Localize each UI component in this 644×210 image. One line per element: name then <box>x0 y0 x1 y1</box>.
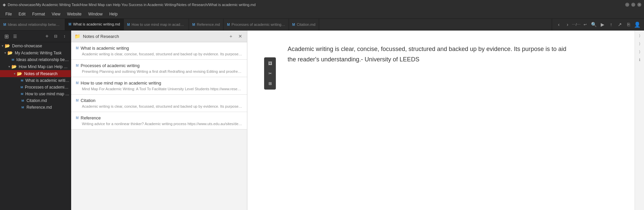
menu-file[interactable]: File <box>3 11 14 17</box>
menu-help[interactable]: Help <box>107 11 120 17</box>
tab-tab1[interactable]: MIdeas about relationship between academ… <box>0 19 65 30</box>
right-sidebar-expand-btn2[interactable]: ⟩ <box>636 40 643 47</box>
upload-button[interactable]: ↑ <box>607 20 615 29</box>
file-m-icon: M <box>21 92 24 96</box>
file-m-icon: M <box>20 86 24 89</box>
sidebar-item-mindmap-folder[interactable]: ▾📂How Mind Map can Help You Su... <box>0 63 71 70</box>
widget-scissors-button[interactable]: ✂ <box>265 69 275 78</box>
toolbar-section: ‹ › ⋯/⋯ ↩ 🔍 ▶ ↑ ↗ ⎘ 👤 <box>552 19 644 30</box>
panel-item-title: Reference <box>81 115 101 120</box>
panel-item-preview: Academic writing is clear, concise, focu… <box>76 52 242 56</box>
minimize-button[interactable]: ─ <box>625 3 629 7</box>
widget-image-button[interactable]: 🖼 <box>265 59 275 68</box>
sidebar-sort-button[interactable]: ↕ <box>61 33 68 40</box>
panel-item-preview: Academic writing is clear, concise, focu… <box>76 104 242 108</box>
sidebar-item-reference[interactable]: MReference.md <box>0 104 71 111</box>
main-layout: ⊞ ☰ + ⊟ ↕ ▾📂Demo-showcase▾📂My Academic W… <box>0 31 644 210</box>
panel-item-m-icon: M <box>76 64 79 67</box>
tab-tab6[interactable]: MCitation.md <box>289 19 319 30</box>
sidebar-item-what-is[interactable]: MWhat is academic writing.md <box>0 77 71 84</box>
panel-area: 📁 Notes of Research + ✕ M What is academ… <box>71 31 247 210</box>
sidebar-toolbar: ⊞ ☰ + ⊟ ↕ <box>0 31 71 42</box>
panel-add-button[interactable]: + <box>228 33 234 40</box>
copy-button[interactable]: ⎘ <box>625 20 633 29</box>
sidebar: ⊞ ☰ + ⊟ ↕ ▾📂Demo-showcase▾📂My Academic W… <box>0 31 71 210</box>
folder-open-icon: 📂 <box>5 43 10 48</box>
widget-table-button[interactable]: ⊞ <box>265 79 275 88</box>
tree-arrow: ▾ <box>12 72 17 75</box>
sidebar-item-citation[interactable]: MCitation.md <box>0 97 71 104</box>
panel-item-preview: Mind Map For Academic Writing: A Tool To… <box>76 87 242 91</box>
right-sidebar-info-btn[interactable]: ℹ <box>636 56 643 63</box>
folder-open-icon: 📂 <box>7 50 13 55</box>
user-button[interactable]: 👤 <box>633 20 641 29</box>
sidebar-item-ideas-file[interactable]: MIdeas about relationship betwe... <box>0 56 71 63</box>
panel-item-title: How to use mind map in academic writing <box>81 81 161 86</box>
file-m-icon: M <box>21 99 26 102</box>
close-button[interactable]: ✕ <box>637 3 641 7</box>
panel-item-m-icon: M <box>76 46 79 50</box>
panel-item-item4[interactable]: M Citation Academic writing is clear, co… <box>71 95 247 112</box>
folder-open-icon: 📂 <box>11 64 17 69</box>
right-sidebar-expand-btn3[interactable]: ⟩ <box>636 48 643 55</box>
play-button[interactable]: ▶ <box>598 20 606 29</box>
breadcrumb-button[interactable]: ⋯/⋯ <box>572 20 580 29</box>
right-sidebar-expand-btn[interactable]: ⟩ <box>636 32 643 39</box>
menu-format[interactable]: Format <box>30 11 48 17</box>
tree-item-label: Notes of Research <box>24 71 57 76</box>
sidebar-item-notes-folder[interactable]: ▾📂Notes of Research <box>0 70 71 77</box>
sidebar-icon-button[interactable]: ⊞ <box>3 33 10 40</box>
tab-tab2[interactable]: MWhat is academic writing.md <box>65 19 123 30</box>
menu-website[interactable]: Website <box>64 11 84 17</box>
tab-tab4[interactable]: MReference.md <box>189 19 224 30</box>
share-button[interactable]: ↗ <box>616 20 624 29</box>
tab-label: What is academic writing.md <box>73 22 120 26</box>
tab-m-icon: M <box>3 23 6 27</box>
window-controls: ─ □ ✕ <box>625 3 641 7</box>
sidebar-item-academic[interactable]: ▾📂My Academic Writing Task <box>0 49 71 56</box>
panel-item-preview: Writing advice for a nonlinear thinker? … <box>76 122 242 126</box>
panel-header: 📁 Notes of Research + ✕ <box>71 31 247 42</box>
tree-item-label: How Mind Map can Help You Su... <box>19 64 69 69</box>
file-m-icon: M <box>21 106 26 109</box>
tree-item-label: How to use mind map in ac... <box>25 92 69 96</box>
panel-close-button[interactable]: ✕ <box>237 33 244 40</box>
tab-tab5[interactable]: MProcesses of academic writing.md <box>224 19 289 30</box>
panel-item-item5[interactable]: M Reference Writing advice for a nonline… <box>71 112 247 129</box>
menu-view[interactable]: View <box>49 11 63 17</box>
return-button[interactable]: ↩ <box>581 20 589 29</box>
title-bar: ◆ Demo-showcase/My Academic Writing Task… <box>0 0 644 9</box>
menu-bar: File Edit Format View Website Window Hel… <box>0 9 644 19</box>
combined-toolbar: MIdeas about relationship between academ… <box>0 19 644 31</box>
search-button[interactable]: 🔍 <box>590 20 598 29</box>
sidebar-add-button[interactable]: + <box>43 33 51 40</box>
sidebar-item-how-to[interactable]: MHow to use mind map in ac... <box>0 91 71 97</box>
sidebar-filter-button[interactable]: ⊟ <box>52 33 59 40</box>
nav-back-button[interactable]: ‹ <box>555 20 563 29</box>
tree-item-label: Ideas about relationship betwe... <box>16 57 69 62</box>
sidebar-list-button[interactable]: ☰ <box>11 33 19 40</box>
file-m-icon: M <box>21 79 24 82</box>
tab-tab3[interactable]: MHow to use mind map in academic writing… <box>124 19 189 30</box>
tree-item-label: Reference.md <box>27 105 52 110</box>
maximize-button[interactable]: □ <box>631 3 635 7</box>
panel-item-header: M What is academic writing <box>76 46 242 51</box>
sidebar-item-processes[interactable]: MProcesses of academic writin... <box>0 84 71 91</box>
panel-title: Notes of Research <box>83 34 225 39</box>
panel-item-header: M How to use mind map in academic writin… <box>76 81 242 86</box>
tree-arrow: ▾ <box>0 44 5 48</box>
menu-window[interactable]: Window <box>86 11 105 17</box>
panel-item-item3[interactable]: M How to use mind map in academic writin… <box>71 77 247 95</box>
content-text: Academic writing is clear, concise, focu… <box>267 44 569 64</box>
sidebar-item-root[interactable]: ▾📂Demo-showcase <box>0 42 71 49</box>
panel-list: M What is academic writing Academic writ… <box>71 42 247 210</box>
content-area: 🖼 ✂ ⊞ Academic writing is clear, concise… <box>247 31 635 210</box>
menu-edit[interactable]: Edit <box>16 11 28 17</box>
nav-forward-button[interactable]: › <box>563 20 572 29</box>
panel-item-m-icon: M <box>76 99 79 102</box>
tab-label: How to use mind map in academic writing.… <box>132 22 185 27</box>
panel-item-item1[interactable]: M What is academic writing Academic writ… <box>71 42 247 60</box>
tree-item-label: What is academic writing.md <box>25 78 69 83</box>
tree-item-label: My Academic Writing Task <box>15 51 62 55</box>
panel-item-item2[interactable]: M Processes of academic writing Prewriti… <box>71 60 247 77</box>
